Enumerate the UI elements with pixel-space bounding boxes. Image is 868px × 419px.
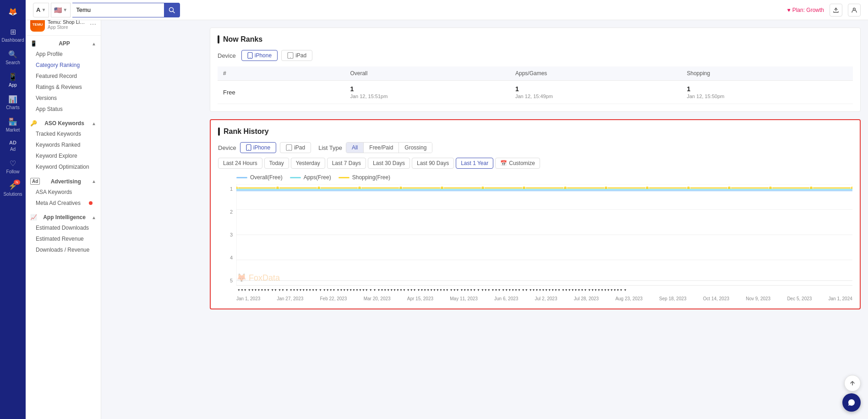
sidebar-section-app: 📱 APP ▲ App Profile Category Ranking Fea… [26, 36, 101, 116]
nav-bar: 🦊 ⊞ Dashboard 🔍 Search 📱 App 📊 Charts 🏪 … [0, 0, 26, 419]
date-last-24h[interactable]: Last 24 Hours [218, 158, 262, 169]
advertising-section-label: Advertising [51, 178, 81, 185]
aso-section-label: ASO Keywords [44, 120, 84, 127]
device-tab-ipad[interactable]: iPad [281, 50, 312, 61]
now-ranks-device-row: Device iPhone iPad [218, 50, 853, 61]
ranks-table: # Overall Apps/Games Shopping Free 1 Jan… [218, 66, 853, 104]
export-button[interactable] [830, 4, 842, 17]
intelligence-section-header[interactable]: 📈 App Intelligence ▲ [30, 212, 96, 222]
sidebar-item-keyword-optimization[interactable]: Keyword Optimization [30, 161, 96, 172]
chart-area: Overall(Free) Apps(Free) Shopping(Free) … [218, 174, 852, 301]
x-axis: Jan 1, 2023 Jan 27, 2023 Feb 22, 2023 Ma… [218, 294, 852, 301]
list-type-free-paid[interactable]: Free/Paid [364, 143, 399, 153]
scroll-to-top-button[interactable] [844, 375, 861, 391]
app-nav-icon: 📱 [8, 72, 17, 81]
nav-item-search[interactable]: 🔍 Search [0, 46, 26, 69]
sidebar-item-downloads-revenue[interactable]: Downloads / Revenue [30, 244, 96, 255]
search-input-wrap [72, 3, 180, 17]
nav-item-market[interactable]: 🏪 Market [0, 114, 26, 136]
sidebar-item-ratings-reviews[interactable]: Ratings & Reviews [30, 82, 96, 93]
app-section-header[interactable]: 📱 APP ▲ [30, 39, 96, 49]
country-selector[interactable]: 🇺🇸 ▼ [51, 3, 71, 17]
col-overall: Overall [344, 66, 510, 81]
date-last-1y[interactable]: Last 1 Year [456, 158, 493, 169]
sidebar-item-tracked-keywords[interactable]: Tracked Keywords [30, 128, 96, 139]
sidebar-item-asa-keywords[interactable]: ASA Keywords [30, 187, 96, 198]
svg-text:🦊: 🦊 [8, 7, 17, 16]
more-icon[interactable]: ⋯ [90, 21, 96, 28]
app-store: App Store [48, 25, 87, 30]
search-input[interactable] [72, 6, 164, 13]
y-axis: 1 2 3 4 5 [218, 184, 236, 294]
sidebar-section-intelligence: 📈 App Intelligence ▲ Estimated Downloads… [26, 210, 101, 256]
now-ranks-card: Now Ranks Device iPhone iPad [210, 28, 861, 112]
nav-item-ad[interactable]: AD Ad [0, 136, 26, 155]
search-bar: A ▼ 🇺🇸 ▼ [33, 3, 180, 17]
chart-svg-container: ▼▼▼ ▼▼▼▼▼▼▼ ▼▼ ▼▼ ▼ ▼▼▼▼▼▼▼▼▼ ▼ ▼▼▼▼ ▼▼▼… [236, 184, 852, 294]
chart-wrapper: 1 2 3 4 5 [218, 184, 852, 301]
search-button[interactable] [164, 3, 180, 17]
legend-line-overall [236, 177, 247, 178]
app-section-label: APP [59, 40, 70, 47]
date-last-90d[interactable]: Last 90 Days [412, 158, 454, 169]
legend-apps: Apps(Free) [290, 174, 331, 181]
chevron-up-icon-aso: ▲ [92, 121, 96, 126]
row-type: Free [218, 81, 344, 104]
date-last-30d[interactable]: Last 30 Days [368, 158, 410, 169]
sidebar-item-app-profile[interactable]: App Profile [30, 49, 96, 60]
svg-point-6 [250, 57, 251, 58]
legend-overall: Overall(Free) [236, 174, 283, 181]
plan-badge[interactable]: ♥ Plan: Growth [787, 7, 824, 13]
nav-item-dashboard[interactable]: ⊞ Dashboard [0, 24, 26, 46]
user-button[interactable] [848, 4, 861, 17]
aso-section-header[interactable]: 🔑 ASO Keywords ▲ [30, 118, 96, 128]
market-icon: 🏪 [8, 117, 17, 126]
charts-icon: 📊 [8, 95, 17, 104]
nav-item-app[interactable]: 📱 App [0, 69, 26, 91]
sidebar-item-keywords-ranked[interactable]: Keywords Ranked [30, 139, 96, 150]
rank-history-title-bar [218, 127, 220, 136]
rh-device-tab-ipad[interactable]: iPad [280, 142, 311, 153]
nav-item-charts[interactable]: 📊 Charts [0, 91, 26, 114]
list-type-grossing[interactable]: Grossing [399, 143, 432, 153]
foxdata-logo[interactable]: 🦊 [5, 4, 21, 20]
date-today[interactable]: Today [264, 158, 289, 169]
advertising-section-header[interactable]: Ad Advertising ▲ [30, 176, 96, 187]
apps-cell: 1 Jan 12, 15:49pm [510, 81, 681, 104]
date-btn-group: Last 24 Hours Today Yesterday Last 7 Day… [218, 158, 852, 169]
svg-point-10 [248, 149, 249, 150]
sidebar-item-category-ranking[interactable]: Category Ranking [30, 60, 96, 71]
sidebar-section-aso: 🔑 ASO Keywords ▲ Tracked Keywords Keywor… [26, 116, 101, 173]
chart-svg [236, 184, 852, 285]
sidebar-item-est-revenue[interactable]: Estimated Revenue [30, 233, 96, 244]
app-type-selector[interactable]: A ▼ [33, 3, 49, 17]
shopping-cell: 1 Jan 12, 15:50pm [681, 81, 853, 104]
version-marker-text: ▼▼▼ ▼▼▼▼▼▼▼ ▼▼ ▼▼ ▼ ▼▼▼▼▼▼▼▼▼ ▼ ▼▼▼▼ ▼▼▼… [237, 288, 627, 292]
chat-button[interactable] [842, 393, 861, 412]
legend-shopping: Shopping(Free) [338, 174, 390, 181]
device-control-label: Device [218, 144, 236, 151]
sidebar-item-versions[interactable]: Versions [30, 93, 96, 104]
list-type-all[interactable]: All [346, 143, 364, 153]
sidebar-item-meta-ad[interactable]: Meta Ad Creatives [30, 198, 96, 209]
main-content: Now Ranks Device iPhone iPad [202, 20, 868, 419]
app-section-icon: 📱 [30, 40, 37, 47]
search-nav-icon: 🔍 [8, 50, 17, 59]
nav-item-follow[interactable]: ♡ Follow [0, 155, 26, 178]
date-last-7d[interactable]: Last 7 Days [327, 158, 366, 169]
chart-main: 1 2 3 4 5 [218, 184, 852, 294]
nav-item-solutions[interactable]: ⚡ N Solutions [0, 178, 26, 200]
sidebar-item-keyword-explore[interactable]: Keyword Explore [30, 150, 96, 161]
date-yesterday[interactable]: Yesterday [291, 158, 325, 169]
rh-device-tab-iphone[interactable]: iPhone [240, 142, 276, 153]
date-customize[interactable]: 📅 Customize [495, 158, 540, 169]
rank-history-title: Rank History [218, 127, 852, 136]
chart-legend: Overall(Free) Apps(Free) Shopping(Free) [218, 174, 852, 181]
sidebar-item-est-downloads[interactable]: Estimated Downloads [30, 222, 96, 233]
col-apps-games: Apps/Games [510, 66, 681, 81]
sidebar-item-featured-record[interactable]: Featured Record [30, 71, 96, 82]
meta-ad-badge [89, 201, 93, 205]
dashboard-icon: ⊞ [10, 28, 16, 36]
device-tab-iphone[interactable]: iPhone [241, 50, 278, 61]
sidebar-item-app-status[interactable]: App Status [30, 104, 96, 115]
